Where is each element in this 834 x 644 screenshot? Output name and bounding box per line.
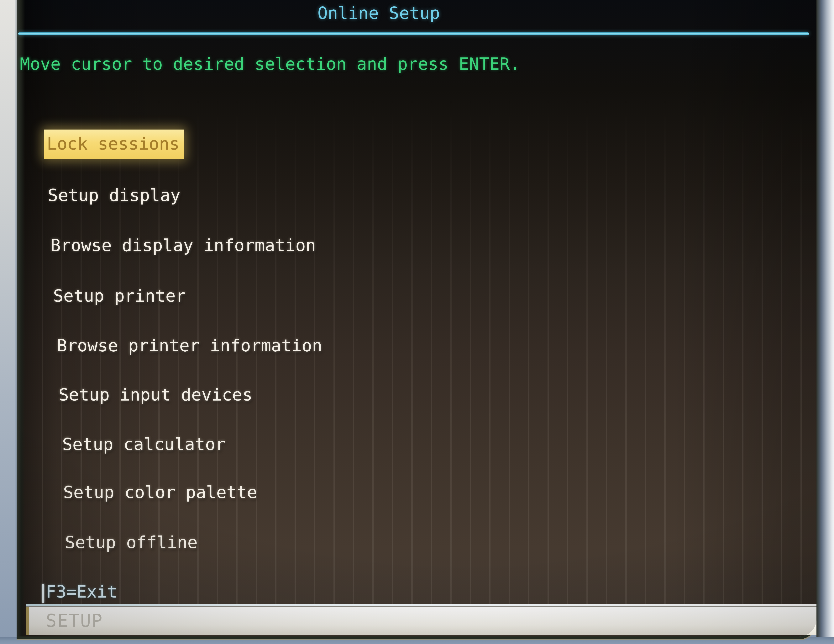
monitor-bezel-bottom [0,637,834,644]
monitor-bezel-right [816,0,834,644]
terminal-screen: Online Setup Move cursor to desired sele… [16,0,816,636]
screen-vignette [16,0,816,636]
monitor-bezel-left [0,0,15,644]
monitor-photo: Online Setup Move cursor to desired sele… [0,0,834,644]
